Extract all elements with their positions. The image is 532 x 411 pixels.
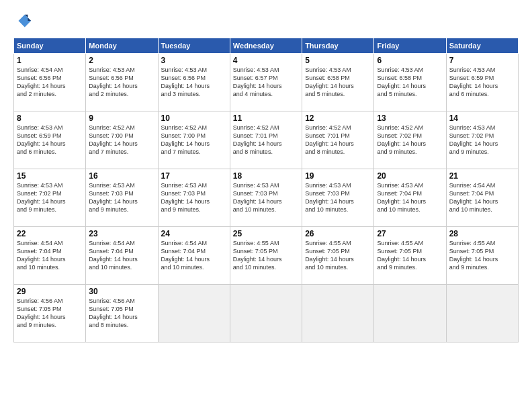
calendar-cell: 25Sunrise: 4:55 AM Sunset: 7:05 PM Dayli… [230,227,302,285]
calendar-cell [374,285,446,342]
day-info: Sunrise: 4:53 AM Sunset: 6:57 PM Dayligh… [233,66,299,99]
calendar-cell [158,285,230,342]
day-number: 11 [233,113,299,123]
day-number: 22 [17,229,83,238]
day-number: 24 [161,229,227,238]
day-number: 9 [89,113,154,123]
day-info: Sunrise: 4:53 AM Sunset: 7:04 PM Dayligh… [377,181,443,214]
calendar-cell: 22Sunrise: 4:54 AM Sunset: 7:04 PM Dayli… [14,227,86,285]
day-info: Sunrise: 4:55 AM Sunset: 7:05 PM Dayligh… [449,239,515,272]
logo [13,12,35,31]
col-tuesday: Tuesday [158,38,230,54]
col-friday: Friday [374,38,446,54]
day-number: 27 [377,229,443,238]
day-number: 14 [449,113,515,123]
day-number: 4 [233,56,299,65]
day-info: Sunrise: 4:53 AM Sunset: 6:58 PM Dayligh… [305,66,371,99]
col-wednesday: Wednesday [230,38,302,54]
calendar-cell: 20Sunrise: 4:53 AM Sunset: 7:04 PM Dayli… [374,169,446,227]
day-info: Sunrise: 4:54 AM Sunset: 7:04 PM Dayligh… [161,239,227,272]
day-info: Sunrise: 4:52 AM Sunset: 7:01 PM Dayligh… [233,124,299,156]
calendar-cell: 7Sunrise: 4:53 AM Sunset: 6:59 PM Daylig… [446,54,518,111]
col-thursday: Thursday [302,38,374,54]
calendar-cell: 18Sunrise: 4:53 AM Sunset: 7:03 PM Dayli… [230,169,302,227]
calendar-cell: 9Sunrise: 4:52 AM Sunset: 7:00 PM Daylig… [86,111,158,169]
calendar-cell: 30Sunrise: 4:56 AM Sunset: 7:05 PM Dayli… [86,285,158,342]
day-number: 15 [17,171,83,181]
calendar-cell: 12Sunrise: 4:52 AM Sunset: 7:01 PM Dayli… [302,111,374,169]
day-number: 30 [89,287,154,296]
day-info: Sunrise: 4:52 AM Sunset: 7:00 PM Dayligh… [161,124,227,156]
calendar-cell: 19Sunrise: 4:53 AM Sunset: 7:03 PM Dayli… [302,169,374,227]
day-number: 6 [377,56,443,65]
day-number: 20 [377,171,443,181]
day-info: Sunrise: 4:54 AM Sunset: 7:04 PM Dayligh… [449,181,515,214]
calendar-week-0: 1Sunrise: 4:54 AM Sunset: 6:56 PM Daylig… [14,54,519,111]
logo-icon [13,12,32,31]
day-number: 1 [17,56,83,65]
day-info: Sunrise: 4:52 AM Sunset: 7:02 PM Dayligh… [377,124,443,156]
day-info: Sunrise: 4:53 AM Sunset: 6:56 PM Dayligh… [161,66,227,99]
calendar-cell: 11Sunrise: 4:52 AM Sunset: 7:01 PM Dayli… [230,111,302,169]
svg-marker-0 [18,15,31,28]
day-info: Sunrise: 4:55 AM Sunset: 7:05 PM Dayligh… [377,239,443,272]
calendar-table: Sunday Monday Tuesday Wednesday Thursday… [13,38,519,342]
calendar-cell: 2Sunrise: 4:53 AM Sunset: 6:56 PM Daylig… [86,54,158,111]
day-info: Sunrise: 4:53 AM Sunset: 7:03 PM Dayligh… [305,181,371,214]
header [13,12,519,31]
calendar-week-3: 22Sunrise: 4:54 AM Sunset: 7:04 PM Dayli… [14,227,519,285]
calendar-cell: 27Sunrise: 4:55 AM Sunset: 7:05 PM Dayli… [374,227,446,285]
col-sunday: Sunday [14,38,86,54]
calendar-cell: 16Sunrise: 4:53 AM Sunset: 7:03 PM Dayli… [86,169,158,227]
day-number: 18 [233,171,299,181]
calendar-cell: 24Sunrise: 4:54 AM Sunset: 7:04 PM Dayli… [158,227,230,285]
day-number: 8 [17,113,83,123]
calendar-cell [446,285,518,342]
day-info: Sunrise: 4:53 AM Sunset: 7:02 PM Dayligh… [17,181,83,214]
calendar-week-4: 29Sunrise: 4:56 AM Sunset: 7:05 PM Dayli… [14,285,519,342]
col-monday: Monday [86,38,158,54]
calendar-cell: 29Sunrise: 4:56 AM Sunset: 7:05 PM Dayli… [14,285,86,342]
day-info: Sunrise: 4:54 AM Sunset: 7:04 PM Dayligh… [89,239,154,272]
calendar-cell [302,285,374,342]
calendar-cell: 3Sunrise: 4:53 AM Sunset: 6:56 PM Daylig… [158,54,230,111]
calendar-body: 1Sunrise: 4:54 AM Sunset: 6:56 PM Daylig… [14,54,519,342]
day-info: Sunrise: 4:53 AM Sunset: 7:02 PM Dayligh… [449,124,515,156]
page: Sunday Monday Tuesday Wednesday Thursday… [0,0,532,411]
calendar-cell: 10Sunrise: 4:52 AM Sunset: 7:00 PM Dayli… [158,111,230,169]
day-number: 10 [161,113,227,123]
calendar-cell: 26Sunrise: 4:55 AM Sunset: 7:05 PM Dayli… [302,227,374,285]
day-info: Sunrise: 4:56 AM Sunset: 7:05 PM Dayligh… [17,297,83,330]
day-number: 13 [377,113,443,123]
calendar-cell: 14Sunrise: 4:53 AM Sunset: 7:02 PM Dayli… [446,111,518,169]
calendar-cell: 21Sunrise: 4:54 AM Sunset: 7:04 PM Dayli… [446,169,518,227]
calendar-cell [230,285,302,342]
day-number: 29 [17,287,83,296]
day-number: 26 [305,229,371,238]
day-info: Sunrise: 4:52 AM Sunset: 7:00 PM Dayligh… [89,124,154,156]
calendar-week-2: 15Sunrise: 4:53 AM Sunset: 7:02 PM Dayli… [14,169,519,227]
calendar-cell: 4Sunrise: 4:53 AM Sunset: 6:57 PM Daylig… [230,54,302,111]
day-number: 2 [89,56,154,65]
header-row: Sunday Monday Tuesday Wednesday Thursday… [14,38,519,54]
col-saturday: Saturday [446,38,518,54]
calendar-cell: 23Sunrise: 4:54 AM Sunset: 7:04 PM Dayli… [86,227,158,285]
calendar-header: Sunday Monday Tuesday Wednesday Thursday… [14,38,519,54]
day-number: 19 [305,171,371,181]
day-number: 12 [305,113,371,123]
day-number: 7 [449,56,515,65]
day-info: Sunrise: 4:53 AM Sunset: 6:56 PM Dayligh… [89,66,154,99]
day-info: Sunrise: 4:53 AM Sunset: 7:03 PM Dayligh… [89,181,154,214]
calendar-week-1: 8Sunrise: 4:53 AM Sunset: 6:59 PM Daylig… [14,111,519,169]
day-number: 28 [449,229,515,238]
day-info: Sunrise: 4:55 AM Sunset: 7:05 PM Dayligh… [233,239,299,272]
calendar-cell: 28Sunrise: 4:55 AM Sunset: 7:05 PM Dayli… [446,227,518,285]
day-info: Sunrise: 4:53 AM Sunset: 7:03 PM Dayligh… [161,181,227,214]
day-info: Sunrise: 4:52 AM Sunset: 7:01 PM Dayligh… [305,124,371,156]
day-info: Sunrise: 4:56 AM Sunset: 7:05 PM Dayligh… [89,297,154,330]
calendar-cell: 17Sunrise: 4:53 AM Sunset: 7:03 PM Dayli… [158,169,230,227]
day-info: Sunrise: 4:53 AM Sunset: 6:58 PM Dayligh… [377,66,443,99]
calendar-cell: 5Sunrise: 4:53 AM Sunset: 6:58 PM Daylig… [302,54,374,111]
day-number: 3 [161,56,227,65]
calendar-cell: 8Sunrise: 4:53 AM Sunset: 6:59 PM Daylig… [14,111,86,169]
